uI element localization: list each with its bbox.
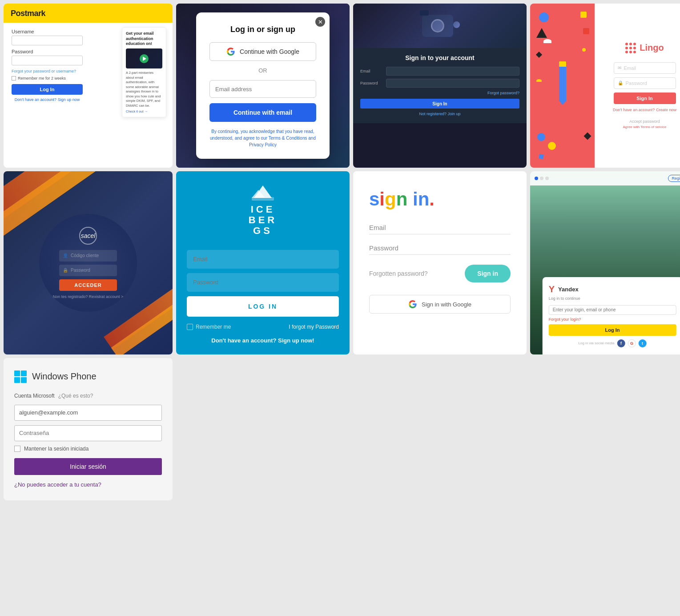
postmark-login-button[interactable]: Log In [12,84,83,95]
postmark-username-input[interactable] [12,36,83,45]
dark-password-input[interactable] [386,79,519,88]
dark-forgot-link[interactable]: Forgot password? [360,91,519,95]
windows-sq-4 [21,377,27,383]
sacel-acceder-label: ACCEDER [74,282,101,288]
postmark-forgot-link[interactable]: Forgot your password or username? [12,69,83,73]
modal-background: ✕ Log in or sign up Continue with Google… [176,4,350,168]
icebergs-forgot-link[interactable]: I forgot my Password [289,324,339,330]
modal-google-button[interactable]: Continue with Google [209,42,316,61]
modal-terms-link[interactable]: Terms & Conditions [269,136,307,141]
sacel-register-link[interactable]: Non tes registrado? Rexistrat account > [53,294,123,299]
lingo-forgot[interactable]: Accept password [629,119,660,124]
sacel-password-input[interactable]: 🔒 Password [59,265,117,276]
yandex-social-label: Log in via social media [579,341,615,345]
sacel-acceder-button[interactable]: ACCEDER [59,279,117,291]
yandex-login-button[interactable]: Log In [549,324,676,336]
postmark-side-title: Get your email authentication education … [126,31,162,47]
icebergs-email-input[interactable] [187,250,339,269]
modal-close-button[interactable]: ✕ [315,17,325,27]
play-button[interactable] [140,54,149,63]
dark-password-label: Password [360,81,382,85]
lingo-email-placeholder: Email [624,65,636,71]
postmark-side-card: Get your email authentication education … [122,27,166,117]
windows-signin-button[interactable]: Iniciar sesión [14,458,162,475]
yandex-step-1 [535,177,538,180]
lingo-email-input[interactable]: ✉ Email [614,62,676,74]
icebergs-remember-label: Remember me [196,324,231,330]
lingo-signin-button[interactable]: Sign In [614,93,676,104]
yandex-login-input[interactable] [549,305,676,315]
windows-card: Windows Phone Cuenta Microsoft ¿Qué es e… [4,358,173,500]
yandex-top-bar: Register [530,171,680,185]
postmark-logo: Postmark [11,9,165,18]
modal-email-input[interactable] [209,80,316,98]
dark-email-label: Email [360,69,382,73]
mountain-icon [249,185,276,202]
sacel-form-circle: sacel 👤 Código cliente 🔒 Password ACCEDE… [39,214,137,312]
modal-google-label: Continue with Google [240,48,299,55]
postmark-remember-checkbox[interactable] [12,76,16,81]
postmark-check-link[interactable]: Check it out → [126,109,162,113]
dark-signin-button[interactable]: Sign In [360,99,519,109]
icebergs-login-button[interactable]: LOG IN [187,296,339,317]
yandex-form-card: Y Yandex Log in to continue Forgot your … [543,277,680,354]
yandex-step-2 [540,177,543,180]
lingo-password-input[interactable]: 🔒 Password [614,77,676,89]
signin-password-underline [369,254,511,255]
windows-email-input[interactable] [14,405,162,421]
google-icon [226,47,235,56]
dark-email-input[interactable] [386,67,519,76]
twitter-signin-button[interactable]: t [638,339,646,347]
modal-continue-button[interactable]: Continue with email [209,103,316,122]
signin-google-button[interactable]: Sign in with Google [369,295,511,314]
icebergs-password-input[interactable] [187,273,339,292]
dark-title: Sign in to your account [360,54,519,61]
yandex-social-row: Log in via social media f G t [549,339,676,347]
windows-account-label: Cuenta Microsoft [14,393,55,399]
modal-terms-text: By continuing, you acknowledge that you … [209,128,316,148]
windows-password-input[interactable] [14,425,162,441]
postmark-signup-link[interactable]: Sign up now [58,97,80,102]
facebook-signin-button[interactable]: f [617,339,625,347]
sacel-codclient-input[interactable]: 👤 Código cliente [59,250,117,262]
sacel-logo: sacel [81,232,96,239]
sacel-card: sacel 👤 Código cliente 🔒 Password ACCEDE… [4,171,173,354]
lingo-terms-link[interactable]: Terms of service [640,125,666,129]
modal-title: Log in or sign up [209,25,316,34]
lingo-create-link[interactable]: Create now [656,108,676,112]
windows-sq-1 [14,370,20,376]
lingo-password-placeholder: Password [626,81,647,86]
modal-privacy-link[interactable]: Privacy Policy [249,142,277,147]
signin-google-label: Sign in with Google [422,301,471,308]
yandex-subtitle: Log in to continue [549,296,676,301]
postmark-header: Postmark [4,4,173,23]
icebergs-remember-checkbox[interactable] [187,324,193,330]
google-signin-button[interactable]: G [628,339,636,347]
user-icon: 👤 [63,253,68,258]
windows-logo-icon [14,370,27,383]
postmark-card: Postmark Username Password Forgot your p… [4,4,173,168]
postmark-remember-row: Remember me for 2 weeks [12,76,83,81]
yandex-register-button[interactable]: Register [668,175,680,182]
signin-action-row: Forgotten password? Sign in [369,265,511,282]
yandex-forgot-link[interactable]: Forgot your login? [549,317,676,322]
windows-cant-access-link[interactable]: ¿No puedes acceder a tu cuenta? [14,481,162,488]
signin-forgotten-link[interactable]: Forgotten password? [369,270,428,277]
dark-register-link[interactable]: Not registered? Join up [360,112,519,116]
windows-what-label[interactable]: ¿Qué es esto? [58,393,93,399]
postmark-password-input[interactable] [12,56,83,65]
windows-remember-checkbox[interactable] [14,446,20,452]
windows-remember-label: Mantener la sesión iniciada [24,446,89,452]
modal-continue-label: Continue with email [233,109,292,116]
lingo-logo: Lingo [625,43,664,53]
icebergs-signup-link[interactable]: Sign up now! [278,337,314,344]
yandex-brand: Yandex [558,286,579,293]
lingo-dots-icon [625,43,636,53]
postmark-signup-row: Don't have an account? Sign up now [12,97,83,102]
sacel-password-placeholder: Password [71,268,90,273]
windows-signin-label: Iniciar sesión [70,463,106,470]
signin-button[interactable]: Sign in [465,265,511,282]
svg-rect-0 [252,197,274,201]
postmark-remember-label: Remember me for 2 weeks [18,76,66,81]
yandex-logo: Y Yandex [549,284,676,294]
